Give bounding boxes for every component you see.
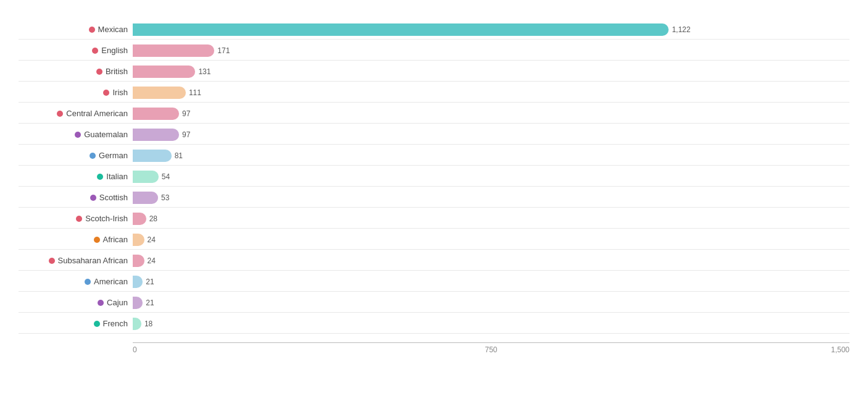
x-axis-label: 0 [133, 345, 137, 354]
bar-dot [94, 321, 100, 327]
bar-row: English171 [19, 41, 849, 61]
bar-value: 111 [189, 88, 201, 97]
x-axis-labels: 07501,500 [133, 345, 849, 354]
bar-value: 21 [146, 277, 154, 286]
bar-row: French18 [19, 314, 849, 334]
bar-label-text: French [103, 319, 128, 328]
bar-row: Guatemalan97 [19, 125, 849, 145]
bar-dot [103, 90, 109, 96]
bar-fill: 28 [133, 213, 146, 225]
bar-row: African24 [19, 230, 849, 250]
bar-fill: 18 [133, 318, 141, 330]
bar-label: Mexican [19, 25, 133, 34]
bar-value: 171 [217, 46, 230, 55]
bar-track: 21 [133, 276, 849, 288]
bar-label: Italian [19, 172, 133, 181]
bar-fill: 24 [133, 255, 144, 267]
bar-fill: 131 [133, 66, 195, 78]
bar-label-text: Guatemalan [84, 130, 128, 139]
bar-value: 21 [146, 298, 154, 307]
bar-track: 53 [133, 192, 849, 204]
bar-label-text: African [103, 235, 128, 244]
bar-value: 53 [161, 193, 169, 202]
bar-row: German81 [19, 146, 849, 166]
bar-track: 97 [133, 129, 849, 141]
bar-fill: 171 [133, 44, 214, 57]
bar-track: 28 [133, 213, 849, 225]
bar-row: Scotch-Irish28 [19, 209, 849, 229]
bar-label: British [19, 67, 133, 76]
bar-label: Subsaharan African [19, 256, 133, 265]
bar-dot [85, 279, 91, 285]
bar-value: 24 [148, 256, 156, 265]
bar-label-text: Scotch-Irish [85, 214, 128, 223]
bar-dot [75, 132, 81, 138]
bar-row: British131 [19, 62, 849, 82]
x-axis-label: 1,500 [831, 345, 849, 354]
x-axis-label: 750 [485, 345, 497, 354]
bar-dot [94, 237, 100, 243]
bar-track: 81 [133, 150, 849, 162]
bar-label-text: Irish [112, 88, 128, 97]
chart-area: Mexican1,122English171British131Irish111… [19, 20, 849, 366]
bar-track: 24 [133, 255, 849, 267]
bar-value: 18 [144, 320, 152, 328]
bar-label-text: Cajun [107, 298, 128, 307]
chart-container: Mexican1,122English171British131Irish111… [0, 0, 868, 398]
bar-label: American [19, 277, 133, 286]
bar-label: Irish [19, 88, 133, 97]
bar-fill: 21 [133, 276, 143, 288]
bar-label-text: Mexican [98, 25, 128, 34]
bar-row: Central American97 [19, 104, 849, 124]
bar-row: Scottish53 [19, 188, 849, 208]
bar-label: English [19, 46, 133, 55]
bar-label: Guatemalan [19, 130, 133, 139]
bar-track: 18 [133, 318, 849, 330]
bar-label: Central American [19, 109, 133, 118]
bar-value: 24 [148, 235, 156, 244]
bar-track: 24 [133, 234, 849, 246]
bar-track: 97 [133, 108, 849, 120]
bar-fill: 97 [133, 108, 179, 120]
bar-track: 21 [133, 297, 849, 309]
bar-track: 1,122 [133, 23, 849, 36]
bars-wrapper: Mexican1,122English171British131Irish111… [19, 20, 849, 341]
bar-label: Cajun [19, 298, 133, 307]
bar-value: 97 [182, 109, 190, 118]
bar-row: Italian54 [19, 167, 849, 187]
bar-track: 111 [133, 87, 849, 99]
bar-value: 54 [162, 172, 170, 181]
bar-row: Irish111 [19, 83, 849, 103]
bar-row: Cajun21 [19, 293, 849, 313]
bar-dot [96, 69, 102, 75]
bar-dot [97, 174, 103, 180]
bar-value: 81 [175, 151, 183, 160]
bar-track: 54 [133, 171, 849, 183]
bar-row: Subsaharan African24 [19, 251, 849, 271]
bar-fill: 1,122 [133, 23, 669, 36]
bar-row: American21 [19, 272, 849, 292]
bar-label: French [19, 319, 133, 328]
bar-label: German [19, 151, 133, 160]
bar-fill: 21 [133, 297, 143, 309]
bar-label-text: Central American [66, 109, 128, 118]
bar-value: 1,122 [672, 25, 690, 34]
bar-dot [76, 216, 82, 222]
bar-fill: 54 [133, 171, 159, 183]
bar-dot [57, 111, 63, 117]
bar-label-text: Subsaharan African [58, 256, 128, 265]
bar-label: African [19, 235, 133, 244]
bar-dot [90, 153, 96, 159]
bar-label: Scottish [19, 193, 133, 202]
bar-value: 97 [182, 130, 190, 139]
bar-fill: 111 [133, 87, 186, 99]
bar-fill: 53 [133, 192, 158, 204]
bar-label-text: Italian [106, 172, 128, 181]
bar-value: 131 [198, 67, 211, 76]
bar-label-text: Scottish [99, 193, 128, 202]
bar-track: 171 [133, 44, 849, 57]
bar-label-text: British [106, 67, 128, 76]
bar-label-text: English [101, 46, 128, 55]
bar-dot [89, 27, 95, 33]
bar-fill: 97 [133, 129, 179, 141]
